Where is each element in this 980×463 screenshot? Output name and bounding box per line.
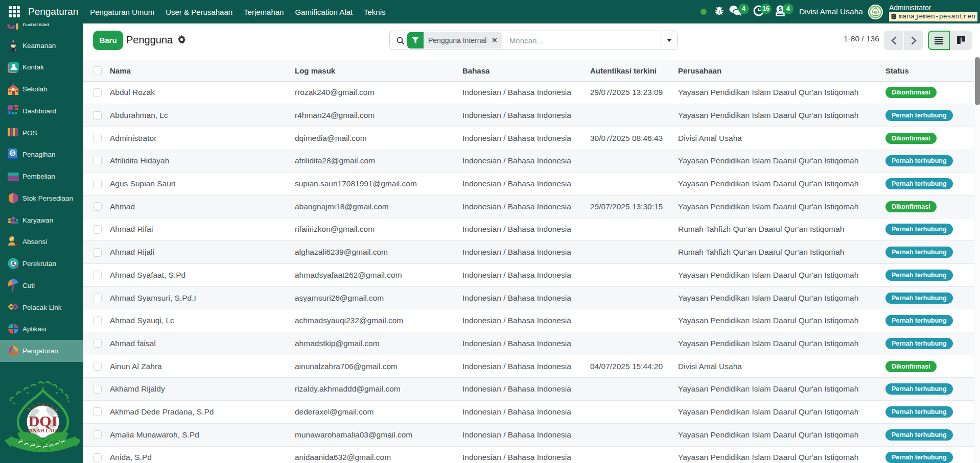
svg-text:Y: Y [26, 406, 32, 412]
svg-text:$: $ [11, 150, 14, 156]
svg-text:A: A [42, 402, 45, 407]
svg-text:Y: Y [36, 402, 40, 407]
svg-text:$: $ [779, 6, 782, 12]
svg-text:TANAH LAUT: TANAH LAUT [26, 428, 60, 433]
svg-text:DQI: DQI [29, 412, 58, 429]
